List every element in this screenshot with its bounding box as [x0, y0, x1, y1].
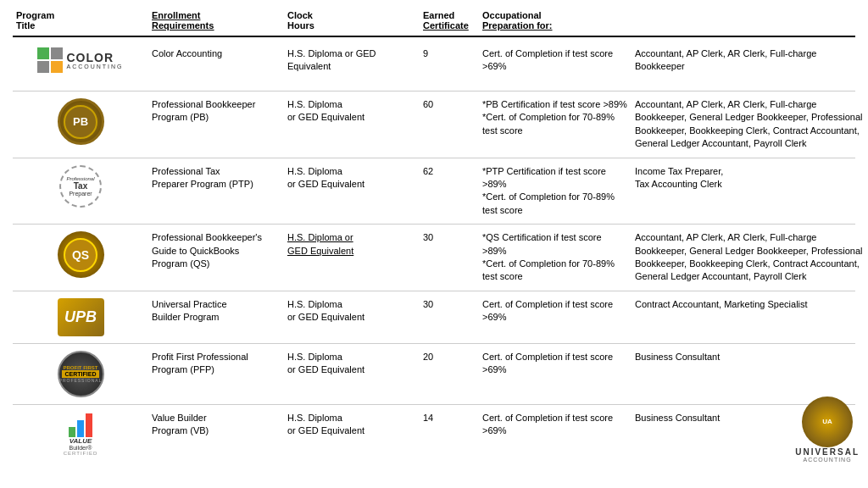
col-earned-cert: EarnedCertificate: [420, 8, 479, 32]
earned-cert: *PB Certification if test score >89% *Ce…: [479, 97, 632, 139]
col-program-title: ProgramTitle: [13, 8, 148, 32]
clock-hours: 14: [420, 410, 479, 426]
ptp-logo: Professional Tax Preparer: [13, 164, 148, 209]
table-row: COLOR ACCOUNTING Color Accounting H.S. D…: [13, 41, 855, 92]
enrollment-req: H.S. Diploma or GED Equivalent: [284, 297, 420, 326]
color-accounting-logo: COLOR ACCOUNTING: [13, 46, 148, 75]
universal-accounting-logo: UA UNIVERSAL ACCOUNTING: [795, 396, 860, 463]
enrollment-req: H.S. Diploma or GED Equivalent: [284, 46, 420, 75]
vb-logo: VALUE Builder® CERTIFIED: [13, 410, 148, 458]
table-row: UPB Universal Practice Builder Program H…: [13, 291, 855, 344]
enrollment-req: H.S. Diploma or GED Equivalent: [284, 164, 420, 193]
table-row: PB Professional Bookkeeper Program (PB) …: [13, 92, 855, 158]
clock-hours: 9: [420, 46, 479, 62]
clock-hours: 20: [420, 349, 479, 365]
table-row: QS Professional Bookkeeper's Guide to Qu…: [13, 225, 855, 291]
table-row: Professional Tax Preparer Professional T…: [13, 158, 855, 225]
program-title: Professional Bookkeeper Program (PB): [148, 97, 284, 126]
table-row: VALUE Builder® CERTIFIED Value Builder P…: [13, 405, 855, 463]
ua-subtitle: ACCOUNTING: [804, 457, 852, 463]
earned-cert: Cert. of Completion if test score >69%: [479, 349, 632, 379]
enrollment-req: H.S. Diploma or GED Equivalent: [284, 410, 420, 440]
clock-hours: 30: [420, 297, 479, 313]
enrollment-req: H.S. Diploma or GED Equivalent: [284, 230, 420, 259]
occupational-prep: Accountant, AP Clerk, AR Clerk, Full-cha…: [632, 46, 868, 75]
program-title: Universal Practice Builder Program: [148, 297, 284, 326]
qs-logo: QS: [13, 230, 148, 280]
enrollment-req: H.S. Diploma or GED Equivalent: [284, 97, 420, 126]
pfp-logo: PROFIT FIRST CERTIFIED PROFESSIONAL: [13, 349, 148, 399]
col-enrollment: EnrollmentRequirements: [148, 8, 284, 32]
col-clock-hours: ClockHours: [284, 8, 420, 32]
clock-hours: 62: [420, 164, 479, 180]
occupational-prep: Accountant, AP Clerk, AR Clerk, Full-cha…: [632, 97, 868, 152]
enrollment-req: H.S. Diploma or GED Equivalent: [284, 349, 420, 379]
occupational-prep: Contract Accountant, Marketing Specialis…: [632, 297, 868, 313]
table-row: PROFIT FIRST CERTIFIED PROFESSIONAL Prof…: [13, 344, 855, 405]
earned-cert: Cert. of Completion if test score >69%: [479, 410, 632, 440]
upb-logo: UPB: [13, 297, 148, 338]
clock-hours: 30: [420, 230, 479, 246]
earned-cert: Cert. of Completion if test score >69%: [479, 297, 632, 326]
program-title: Profit First Professional Program (PFP): [148, 349, 284, 379]
earned-cert: *QS Certification if test score >89% *Ce…: [479, 230, 632, 286]
program-title: Color Accounting: [148, 46, 284, 62]
program-title: Professional Tax Preparer Program (PTP): [148, 164, 284, 193]
clock-hours: 60: [420, 97, 479, 113]
occupational-prep: Income Tax Preparer, Tax Accounting Cler…: [632, 164, 868, 193]
program-title: Value Builder Program (VB): [148, 410, 284, 440]
earned-cert: *PTP Certification if test score >89% *C…: [479, 164, 632, 219]
table-body: COLOR ACCOUNTING Color Accounting H.S. D…: [13, 41, 855, 463]
ua-title: UNIVERSAL: [795, 447, 860, 457]
col-occupational: OccupationalPreparation for:: [479, 8, 868, 32]
table-header: ProgramTitle EnrollmentRequirements Cloc…: [13, 8, 855, 37]
occupational-prep: Accountant, AP Clerk, AR Clerk, Full-cha…: [632, 230, 868, 286]
program-title: Professional Bookkeeper's Guide to Quick…: [148, 230, 284, 272]
earned-cert: Cert. of Completion if test score >69%: [479, 46, 632, 75]
pb-logo: PB: [13, 97, 148, 147]
occupational-prep: Business Consultant: [632, 349, 868, 365]
